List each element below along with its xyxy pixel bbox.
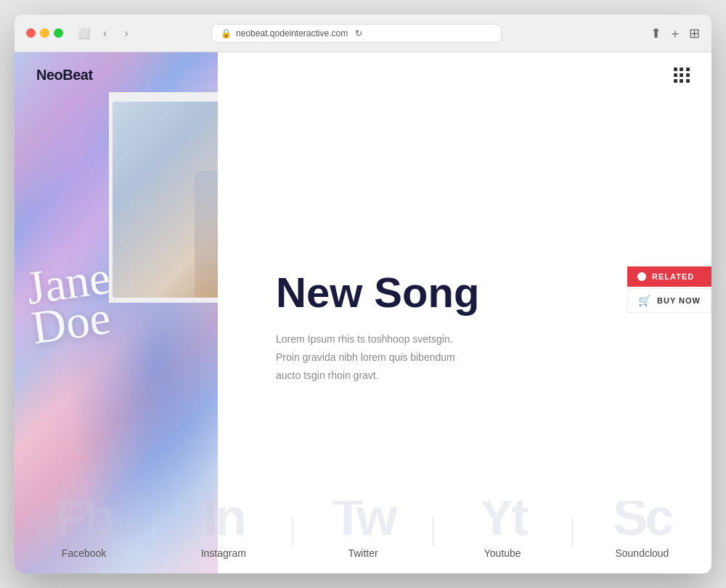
grid-icon[interactable]: ⊞ xyxy=(689,25,700,41)
grid-dot xyxy=(680,73,683,77)
grid-dot xyxy=(680,68,683,71)
social-item-twitter[interactable]: Tw Twitter xyxy=(293,547,432,559)
social-item-youtube[interactable]: Yt Youtube xyxy=(433,547,572,559)
song-title: New Song xyxy=(276,269,675,316)
social-items: Fb Facebook In Instagram Tw Twitter xyxy=(15,517,711,573)
related-icon xyxy=(637,272,646,281)
social-name-youtube: Youtube xyxy=(433,547,572,559)
site-header: NeoBeat xyxy=(15,52,711,98)
grid-dot xyxy=(686,79,690,83)
traffic-lights xyxy=(26,28,63,38)
social-abbrev-soundcloud: Sc xyxy=(613,501,671,543)
social-bar: Fb Facebook In Instagram Tw Twitter xyxy=(15,501,711,573)
social-item-facebook[interactable]: Fb Facebook xyxy=(15,547,153,559)
social-name-twitter: Twitter xyxy=(293,547,432,559)
close-button[interactable] xyxy=(26,28,36,38)
right-panel: Related 🛒 Buy Now New Song Lorem Ipsum r… xyxy=(218,52,711,573)
social-name-facebook: Facebook xyxy=(15,547,153,559)
social-divider xyxy=(572,517,573,546)
grid-dot xyxy=(686,68,690,71)
window-icon[interactable]: ⬜ xyxy=(78,28,90,39)
cart-icon: 🛒 xyxy=(638,295,651,306)
buy-now-button[interactable]: 🛒 Buy Now xyxy=(627,288,711,313)
forward-button[interactable]: › xyxy=(120,25,132,41)
browser-chrome: ⬜ ‹ › 🔒 neobeat.qodeinteractive.com ↻ ⬆ … xyxy=(15,15,711,52)
grid-dot xyxy=(686,73,690,77)
grid-dot xyxy=(680,79,683,83)
social-divider xyxy=(293,517,293,546)
social-divider xyxy=(153,517,154,546)
song-description: Lorem Ipsum rhis ts toshhoop svetsgin. P… xyxy=(276,330,508,385)
social-abbrev-youtube: Yt xyxy=(479,501,526,543)
social-abbrev-twitter: Tw xyxy=(332,501,395,543)
related-button[interactable]: Related xyxy=(627,266,711,287)
back-button[interactable]: ‹ xyxy=(99,25,111,41)
side-buttons: Related 🛒 Buy Now xyxy=(627,266,711,313)
browser-actions: ⬆ ＋ ⊞ xyxy=(650,25,700,42)
social-name-soundcloud: Soundcloud xyxy=(573,547,711,559)
hero-image[interactable] xyxy=(113,102,218,298)
social-abbrev-instagram: In xyxy=(203,501,244,543)
lock-icon: 🔒 xyxy=(221,28,232,38)
social-divider xyxy=(433,517,433,546)
left-panel: JaneDoe xyxy=(15,52,218,573)
address-bar[interactable]: 🔒 neobeat.qodeinteractive.com ↻ xyxy=(211,24,502,43)
share-icon[interactable]: ⬆ xyxy=(650,25,661,41)
grid-dot xyxy=(674,79,677,83)
social-item-soundcloud[interactable]: Sc Soundcloud xyxy=(573,547,711,559)
social-name-instagram: Instagram xyxy=(154,547,293,559)
grid-menu-icon[interactable] xyxy=(674,68,690,83)
fullscreen-button[interactable] xyxy=(54,28,63,38)
browser-window: ⬜ ‹ › 🔒 neobeat.qodeinteractive.com ↻ ⬆ … xyxy=(15,15,711,573)
grid-dot xyxy=(674,68,677,71)
grid-dot xyxy=(674,73,677,77)
reload-icon[interactable]: ↻ xyxy=(355,28,362,38)
artist-signature: JaneDoe xyxy=(24,257,118,348)
new-tab-icon[interactable]: ＋ xyxy=(669,25,682,42)
social-item-instagram[interactable]: In Instagram xyxy=(154,547,293,559)
minimize-button[interactable] xyxy=(40,28,49,38)
social-abbrev-facebook: Fb xyxy=(55,501,113,543)
main-area: JaneDoe xyxy=(15,52,711,573)
url-text: neobeat.qodeinteractive.com xyxy=(236,28,348,38)
site-logo[interactable]: NeoBeat xyxy=(36,67,93,83)
browser-nav-controls: ⬜ xyxy=(78,28,90,39)
site-content: NeoBeat JaneDoe xyxy=(15,52,711,573)
